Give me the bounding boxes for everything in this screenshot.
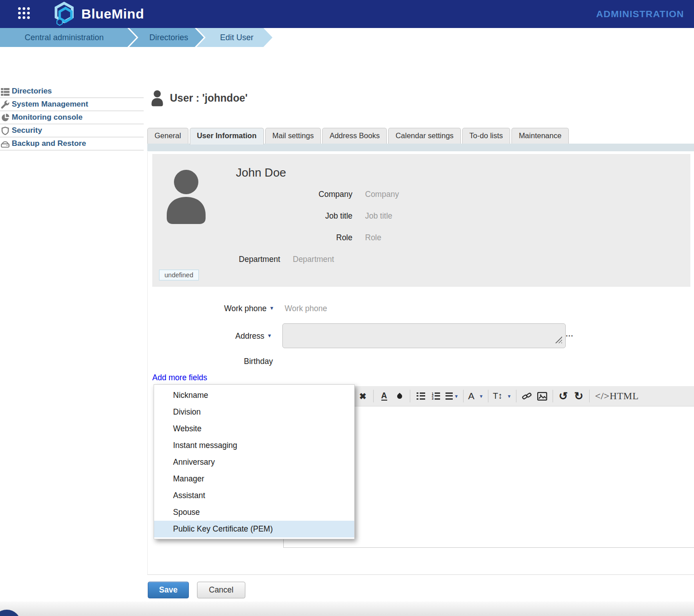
sidebar-item-monitoring-console[interactable]: Monitoring console [0, 111, 144, 124]
footer-bar [0, 602, 694, 616]
menu-item-manager[interactable]: Manager [154, 471, 354, 487]
monitoring-console-icon [1, 113, 12, 122]
font-family-icon[interactable]: A▼ [468, 389, 483, 403]
bluemind-logo[interactable]: BlueMind [53, 2, 144, 26]
apps-grid-icon[interactable] [18, 7, 33, 22]
clear-formatting-icon[interactable]: ✖ [357, 389, 369, 403]
tab-general[interactable]: General [147, 128, 188, 144]
menu-item-public-key-certificate[interactable]: Public Key Certificate (PEM) [154, 521, 354, 537]
top-navbar: BlueMind ADMINISTRATION [0, 0, 694, 28]
numbered-list-icon[interactable]: 1 2 3 [430, 389, 442, 403]
role-field[interactable]: Role [365, 232, 381, 243]
redo-icon[interactable]: ↻ [573, 389, 585, 403]
work-phone-label: Work phone [176, 303, 267, 313]
page-title-text: User : 'johndoe' [170, 92, 248, 104]
brand-name: BlueMind [81, 6, 144, 22]
add-fields-dropdown: Nickname Division Website Instant messag… [154, 384, 355, 539]
toolbar-separator [553, 390, 553, 402]
tab-maintenance[interactable]: Maintenance [511, 128, 568, 144]
menu-item-assistant[interactable]: Assistant [154, 487, 354, 504]
sidebar-item-security[interactable]: Security [0, 124, 144, 137]
toolbar-separator [516, 390, 516, 402]
address-expand-button[interactable]: ... [566, 330, 573, 339]
department-field[interactable]: Department [293, 254, 334, 265]
menu-item-instant-messaging[interactable]: Instant messaging [154, 437, 354, 454]
administration-section-label: ADMINISTRATION [596, 9, 684, 19]
toolbar-separator [410, 390, 410, 402]
text-align-icon[interactable]: ▼ [445, 389, 459, 403]
security-icon [1, 126, 12, 135]
address-label: Address [174, 331, 264, 341]
job-title-label: Job title [152, 210, 352, 221]
breadcrumb-directories[interactable]: Directories [129, 28, 204, 47]
menu-item-division[interactable]: Division [154, 404, 354, 420]
system-management-icon [1, 100, 12, 109]
sidebar-item-backup-and-restore[interactable]: Backup and Restore [0, 137, 144, 150]
font-size-icon[interactable]: T↕▼ [493, 389, 511, 403]
sidebar-item-label: Monitoring console [12, 113, 83, 122]
profile-field-row: Company Company [152, 189, 690, 200]
font-color-icon[interactable]: A [381, 392, 387, 401]
profile-summary-panel: John Doe Company Company Job title Job t… [152, 154, 690, 287]
breadcrumb-central-administration[interactable]: Central administration [0, 28, 136, 47]
birthday-label: Birthday [183, 356, 273, 366]
breadcrumb-edit-user[interactable]: Edit User [197, 28, 272, 47]
sidebar-item-label: System Management [12, 100, 88, 109]
department-label: Department [152, 254, 280, 265]
menu-item-spouse[interactable]: Spouse [154, 504, 354, 521]
insert-link-icon[interactable] [521, 389, 533, 403]
menu-item-nickname[interactable]: Nickname [154, 387, 354, 404]
toolbar-separator [373, 390, 374, 402]
toolbar-separator [463, 390, 464, 402]
footer-logo-arc [0, 610, 21, 616]
profile-field-row: Department Department [152, 254, 690, 265]
tab-mail-settings[interactable]: Mail settings [265, 128, 321, 144]
sidebar-item-label: Directories [12, 87, 52, 96]
sidebar-item-label: Security [12, 126, 42, 135]
page-title: User : 'johndoe' [149, 89, 248, 107]
tab-strip [147, 144, 694, 151]
save-button[interactable]: Save [148, 582, 189, 598]
backup-restore-icon [1, 139, 12, 148]
breadcrumb: Central administration Directories Edit … [0, 28, 694, 47]
toolbar-separator [589, 390, 590, 402]
html-source-button[interactable]: </>HTML [595, 390, 639, 402]
sidebar-nav: Directories System Management Monitoring… [0, 85, 144, 150]
tab-bar: General User Information Mail settings A… [147, 128, 569, 145]
menu-item-anniversary[interactable]: Anniversary [154, 454, 354, 471]
role-label: Role [152, 232, 352, 243]
tab-user-information[interactable]: User Information [190, 128, 264, 145]
add-more-fields-link[interactable]: Add more fields [152, 373, 207, 383]
work-phone-type-caret-icon[interactable]: ▼ [269, 305, 274, 311]
cancel-button[interactable]: Cancel [197, 582, 245, 598]
tab-address-books[interactable]: Address Books [322, 128, 387, 144]
address-type-caret-icon[interactable]: ▼ [267, 333, 272, 338]
profile-field-row: Job title Job title [152, 210, 690, 221]
user-icon [149, 89, 165, 107]
work-phone-input[interactable]: Work phone [285, 303, 327, 313]
address-textarea[interactable] [282, 323, 566, 348]
tab-todo-lists[interactable]: To-do lists [462, 128, 510, 144]
profile-field-row: Role Role [152, 232, 690, 243]
bluemind-hexagon-icon [53, 2, 77, 26]
profile-name: John Doe [236, 166, 286, 180]
toolbar-separator [488, 390, 488, 402]
highlight-color-icon[interactable] [396, 392, 403, 400]
status-badge: undefined [159, 270, 199, 280]
directories-icon [1, 87, 12, 96]
insert-image-icon[interactable] [536, 389, 548, 403]
undo-icon[interactable]: ↺ [558, 389, 569, 403]
job-title-field[interactable]: Job title [365, 210, 392, 221]
company-label: Company [152, 189, 352, 200]
menu-item-website[interactable]: Website [154, 420, 354, 437]
sidebar-item-system-management[interactable]: System Management [0, 98, 144, 111]
company-field[interactable]: Company [365, 189, 399, 200]
sidebar-item-directories[interactable]: Directories [0, 85, 144, 98]
bullet-list-icon[interactable] [415, 389, 427, 403]
tab-calendar-settings[interactable]: Calendar settings [388, 128, 460, 144]
bluemind-admin-window: BlueMind ADMINISTRATION Central administ… [0, 0, 694, 616]
sidebar-item-label: Backup and Restore [12, 139, 86, 148]
